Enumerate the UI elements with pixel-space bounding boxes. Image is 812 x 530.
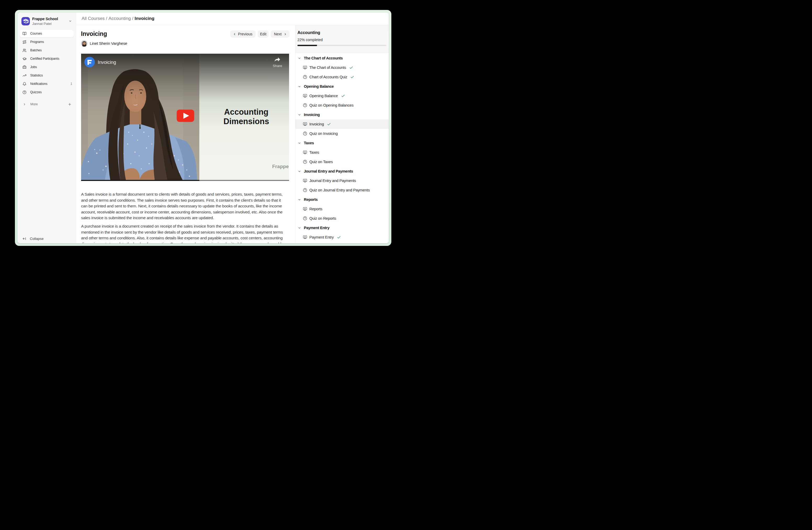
svg-text:Dimensions: Dimensions <box>223 117 269 126</box>
svg-text:Accounting: Accounting <box>224 107 268 116</box>
svg-text:Invoicing: Invoicing <box>98 59 116 65</box>
svg-text:Frappe: Frappe <box>272 164 289 169</box>
svg-text:Share: Share <box>273 64 282 68</box>
